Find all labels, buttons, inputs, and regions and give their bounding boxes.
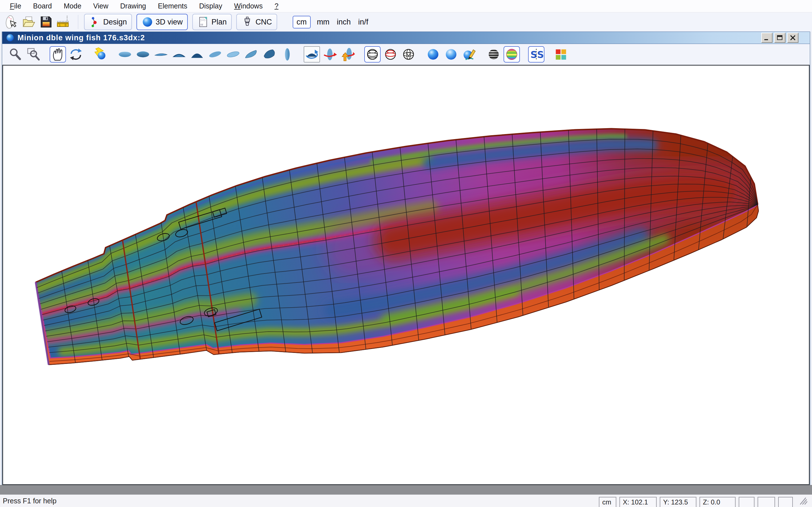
menu-item-[interactable]: ? bbox=[269, 2, 285, 10]
svg-text:1: 1 bbox=[59, 24, 61, 27]
menu-item-view[interactable]: View bbox=[87, 2, 114, 10]
shaded-view-icon[interactable] bbox=[425, 46, 441, 62]
mode-button-label: Plan bbox=[211, 18, 227, 26]
menu-item-file[interactable]: File bbox=[4, 2, 27, 10]
y-coordinate-cell: Y: 123.5 bbox=[660, 497, 696, 507]
application-window: FileBoardModeViewDrawingElementsDisplayW… bbox=[0, 0, 812, 507]
auto-rotation-icon[interactable] bbox=[304, 46, 320, 62]
svg-text:S: S bbox=[537, 49, 543, 60]
wireframe-view-icon[interactable] bbox=[364, 46, 380, 62]
unit-inf-button[interactable]: in/f bbox=[358, 18, 368, 26]
measurements-icon[interactable]: 10 bbox=[55, 13, 72, 31]
perspective-bottom-view-icon[interactable] bbox=[225, 46, 241, 62]
viewport-3d[interactable] bbox=[2, 65, 810, 485]
cnc-bit-icon bbox=[241, 16, 253, 28]
menu-item-mode[interactable]: Mode bbox=[58, 2, 87, 10]
rotate-3d-icon[interactable] bbox=[68, 46, 84, 62]
close-button[interactable] bbox=[787, 33, 799, 43]
svg-text:0: 0 bbox=[64, 24, 66, 27]
perspective-top-view-icon[interactable] bbox=[207, 46, 223, 62]
sphere-blue-icon bbox=[142, 16, 153, 28]
back-view-icon[interactable] bbox=[189, 46, 205, 62]
unit-cm-button[interactable]: cm bbox=[293, 16, 311, 29]
open-file-icon[interactable] bbox=[20, 13, 37, 31]
document-title-bar[interactable]: Minion dble wing fish 176.s3dx:2 bbox=[2, 32, 810, 44]
menu-item-drawing[interactable]: Drawing bbox=[114, 2, 152, 10]
status-bar: Press F1 for help cmX: 102.1Y: 123.5Z: 0… bbox=[0, 495, 812, 507]
zoom-window-icon[interactable] bbox=[25, 46, 42, 62]
restore-button[interactable] bbox=[774, 33, 785, 43]
unit-inch-button[interactable]: inch bbox=[337, 18, 351, 26]
new-board-icon[interactable] bbox=[2, 13, 20, 31]
x-coordinate-cell: X: 102.1 bbox=[619, 497, 657, 507]
end-view-icon[interactable] bbox=[279, 46, 296, 62]
unit-cell: cm bbox=[599, 497, 616, 507]
mode-button-label: 3D view bbox=[156, 18, 183, 26]
3d-view-mode-button[interactable]: 3D view bbox=[137, 14, 188, 30]
curvature-map-view-icon[interactable] bbox=[504, 46, 520, 62]
perspective-deck-view-icon[interactable] bbox=[243, 46, 259, 62]
status-cells: cmX: 102.1Y: 123.5Z: 0.0 bbox=[596, 495, 793, 507]
pan-hand-icon[interactable] bbox=[50, 46, 66, 62]
flip-board-icon[interactable] bbox=[340, 46, 356, 62]
paint-view-icon[interactable] bbox=[461, 46, 477, 62]
save-icon[interactable] bbox=[37, 13, 55, 31]
unit-mm-button[interactable]: mm bbox=[317, 18, 329, 26]
window-controls bbox=[761, 33, 799, 43]
resize-grip-icon[interactable] bbox=[797, 496, 808, 506]
mode-button-label: Design bbox=[103, 18, 127, 26]
minimize-button[interactable] bbox=[761, 33, 772, 43]
menu-item-display[interactable]: Display bbox=[193, 2, 228, 10]
zoom-icon[interactable] bbox=[7, 46, 23, 62]
z-coordinate-cell: Z: 0.0 bbox=[700, 497, 735, 507]
plan-mode-button[interactable]: Plan bbox=[192, 14, 232, 30]
smooth-view-icon[interactable] bbox=[443, 46, 459, 62]
stripes-view-icon[interactable] bbox=[486, 46, 502, 62]
empty-cell bbox=[758, 497, 775, 507]
perspective-rail-view-icon[interactable] bbox=[261, 46, 277, 62]
document-icon bbox=[6, 33, 15, 42]
front-view-icon[interactable] bbox=[171, 46, 187, 62]
design-nodes-icon bbox=[89, 16, 101, 28]
surfboard-3d-render bbox=[3, 66, 809, 484]
design-mode-button[interactable]: Design bbox=[84, 14, 132, 30]
document-title: Minion dble wing fish 176.s3dx:2 bbox=[17, 34, 145, 42]
cnc-mode-button[interactable]: CNC bbox=[236, 14, 277, 30]
units-group: cmmminchin/f bbox=[290, 16, 372, 29]
empty-cell bbox=[778, 497, 793, 507]
menu-bar: FileBoardModeViewDrawingElementsDisplayW… bbox=[0, 0, 812, 12]
wireframe-guides-view-icon[interactable] bbox=[382, 46, 399, 62]
mesh-view-icon[interactable] bbox=[400, 46, 417, 62]
rotate-horizontal-icon[interactable] bbox=[322, 46, 338, 62]
empty-cell bbox=[739, 497, 755, 507]
main-toolbar: 10 Design3D viewPlanCNC cmmminchin/f bbox=[0, 12, 812, 32]
plan-sheet-icon bbox=[197, 16, 209, 28]
mdi-background-strip bbox=[0, 485, 812, 495]
document-window: Minion dble wing fish 176.s3dx:2 SS bbox=[2, 32, 810, 485]
lighting-icon[interactable] bbox=[92, 46, 109, 62]
toolbar-separator bbox=[78, 15, 79, 29]
menu-item-elements[interactable]: Elements bbox=[152, 2, 193, 10]
side-view-icon[interactable] bbox=[153, 46, 169, 62]
bottom-view-icon[interactable] bbox=[135, 46, 151, 62]
top-view-icon[interactable] bbox=[117, 46, 133, 62]
symmetry-check-icon[interactable]: SS bbox=[528, 46, 545, 62]
status-help-text: Press F1 for help bbox=[3, 497, 56, 505]
view-toolbar: SS bbox=[2, 44, 810, 65]
color-panels-icon[interactable] bbox=[553, 46, 569, 62]
menu-item-windows[interactable]: Windows bbox=[228, 2, 268, 10]
mode-buttons-group: Design3D viewPlanCNC bbox=[84, 14, 282, 30]
file-tools-group: 10 bbox=[2, 13, 72, 31]
mode-button-label: CNC bbox=[255, 18, 272, 26]
menu-item-board[interactable]: Board bbox=[27, 2, 58, 10]
